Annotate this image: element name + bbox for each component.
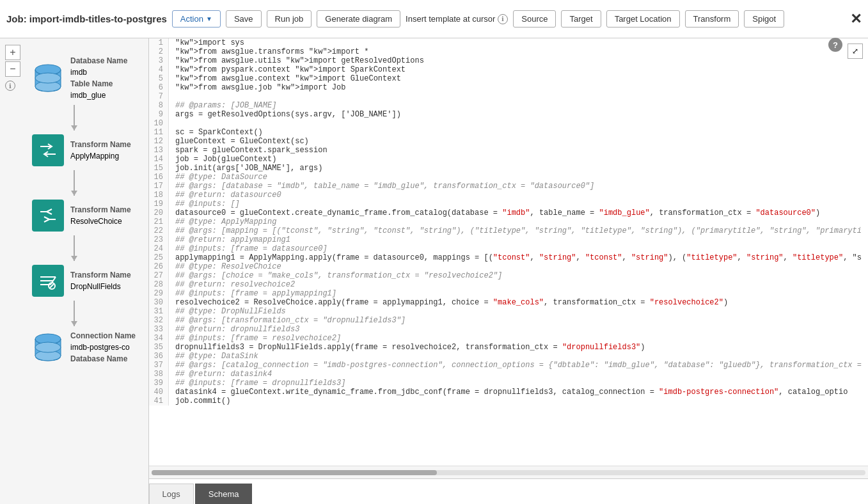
line-number: 2: [149, 47, 169, 56]
line-number: 6: [149, 83, 169, 92]
line-code: ## @args: [database = "imdb", table_name…: [168, 182, 868, 191]
sink-icon: [32, 331, 64, 363]
editor-panel: ⤢ 1"kw">import sys2"kw">from awsglue.tra…: [149, 38, 868, 504]
insert-info-icon[interactable]: ℹ: [498, 14, 508, 24]
line-number: 30: [149, 298, 169, 307]
database-icon: [32, 62, 64, 94]
table-row: 21## @type: ApplyMapping: [149, 217, 868, 226]
node-row-dropnullfields: Transform Name DropNullFields: [0, 261, 148, 326]
table-row: 25applymapping1 = ApplyMapping.apply(fra…: [149, 253, 868, 262]
dropnullfields-label: Transform Name DropNullFields: [70, 269, 142, 292]
line-code: ## @return: dropnullfields3: [168, 325, 868, 334]
pipeline-panel: + − ℹ Database Name im: [0, 38, 149, 504]
table-row: 41job.commit(): [149, 397, 868, 406]
action-button[interactable]: Action ▼: [172, 10, 221, 28]
line-code: ## @type: ApplyMapping: [168, 217, 868, 226]
dropnullfields-icon: [32, 265, 64, 297]
line-code: ## @return: resolvechoice2: [168, 280, 868, 289]
close-button[interactable]: ✕: [850, 12, 862, 26]
help-icon[interactable]: ?: [828, 38, 842, 52]
table-row: 40datasink4 = glueContext.write_dynamic_…: [149, 388, 868, 397]
table-row: 4"kw">from pyspark.context "kw">import S…: [149, 65, 868, 74]
table-row: 7: [149, 92, 868, 101]
line-code: ## @inputs: [frame = resolvechoice2]: [168, 334, 868, 343]
line-code: job.commit(): [168, 397, 868, 406]
node-row-applymapping: Transform Name ApplyMapping: [0, 130, 148, 196]
table-row: 2"kw">from awsglue.transforms "kw">impor…: [149, 47, 868, 56]
table-row: 29## @inputs: [frame = applymapping1]: [149, 289, 868, 298]
table-row: 36## @type: DataSink: [149, 352, 868, 361]
table-row: 17## @args: [database = "imdb", table_na…: [149, 182, 868, 191]
table-row: 39## @inputs: [frame = dropnullfields3]: [149, 379, 868, 388]
line-code: job.init(args['JOB_NAME'], args): [168, 164, 868, 173]
line-number: 24: [149, 244, 169, 253]
target-location-button[interactable]: Target Location: [606, 10, 680, 28]
svg-point-2: [35, 73, 61, 83]
pipeline-info-icon[interactable]: ℹ: [5, 81, 15, 91]
line-number: 3: [149, 56, 169, 65]
svg-line-9: [44, 217, 49, 219]
dropnullfields-node[interactable]: Transform Name DropNullFields: [0, 261, 148, 301]
table-row: 30resolvechoice2 = ResolveChoice.apply(f…: [149, 298, 868, 307]
applymapping-label: Transform Name ApplyMapping: [70, 139, 142, 162]
line-code: ## @args: [catalog_connection = "imdb-po…: [168, 361, 868, 370]
line-number: 13: [149, 146, 169, 155]
line-number: 28: [149, 280, 169, 289]
spigot-button[interactable]: Spigot: [744, 10, 784, 28]
line-number: 33: [149, 325, 169, 334]
source-button[interactable]: Source: [513, 10, 556, 28]
connector-2: [74, 170, 75, 196]
dropnullfields-svg: [38, 271, 58, 291]
zoom-out-button[interactable]: −: [5, 61, 20, 77]
line-number: 17: [149, 182, 169, 191]
chevron-down-icon: ▼: [206, 15, 212, 22]
resolvechoice-svg: [38, 205, 58, 226]
svg-line-10: [44, 219, 49, 222]
generate-diagram-button[interactable]: Generate diagram: [317, 10, 400, 28]
line-number: 15: [149, 164, 169, 173]
code-area[interactable]: ⤢ 1"kw">import sys2"kw">from awsglue.tra…: [149, 38, 868, 466]
line-number: 21: [149, 217, 169, 226]
line-number: 14: [149, 155, 169, 164]
line-number: 29: [149, 289, 169, 298]
line-code: "kw">from pyspark.context "kw">import Sp…: [168, 65, 868, 74]
resolvechoice-node[interactable]: Transform Name ResolveChoice: [0, 196, 148, 235]
action-label: Action: [180, 14, 203, 24]
connector-1: [74, 105, 75, 130]
line-number: 31: [149, 307, 169, 316]
line-code: ## @inputs: [frame = applymapping1]: [168, 289, 868, 298]
zoom-in-button[interactable]: +: [5, 45, 20, 60]
tab-schema[interactable]: Schema: [195, 484, 253, 504]
line-number: 16: [149, 173, 169, 182]
run-job-button[interactable]: Run job: [267, 10, 312, 28]
line-code: dropnullfields3 = DropNullFields.apply(f…: [168, 343, 868, 352]
connector-3: [74, 235, 75, 261]
line-code: sc = SparkContext(): [168, 128, 868, 137]
table-row: 12glueContext = GlueContext(sc): [149, 137, 868, 146]
line-code: "kw">from awsglue.context "kw">import Gl…: [168, 74, 868, 83]
line-code: ## @inputs: []: [168, 200, 868, 209]
line-number: 27: [149, 271, 169, 280]
tab-logs[interactable]: Logs: [149, 484, 194, 504]
line-number: 8: [149, 101, 169, 110]
line-number: 7: [149, 92, 169, 101]
line-code: resolvechoice2 = ResolveChoice.apply(fra…: [168, 298, 868, 307]
table-row: 11sc = SparkContext(): [149, 128, 868, 137]
table-row: 32## @args: [transformation_ctx = "dropn…: [149, 316, 868, 325]
line-number: 11: [149, 128, 169, 137]
applymapping-node[interactable]: Transform Name ApplyMapping: [0, 130, 148, 170]
target-button[interactable]: Target: [561, 10, 601, 28]
line-number: 34: [149, 334, 169, 343]
database-node[interactable]: Database Name imdb Table Name imdb_glue: [0, 51, 148, 105]
header: Job: import-imdb-titles-to-postgres Acti…: [0, 0, 868, 38]
save-button[interactable]: Save: [226, 10, 262, 28]
sink-node[interactable]: Connection Name imdb-postgres-co Databas…: [0, 326, 148, 368]
line-number: 26: [149, 262, 169, 271]
table-row: 15job.init(args['JOB_NAME'], args): [149, 164, 868, 173]
transform-button[interactable]: Transform: [685, 10, 739, 28]
line-number: 23: [149, 235, 169, 244]
line-number: 1: [149, 38, 169, 47]
expand-button[interactable]: ⤢: [848, 43, 863, 59]
line-code: ## @return: datasink4: [168, 370, 868, 379]
line-code: ## @type: DropNullFields: [168, 307, 868, 316]
